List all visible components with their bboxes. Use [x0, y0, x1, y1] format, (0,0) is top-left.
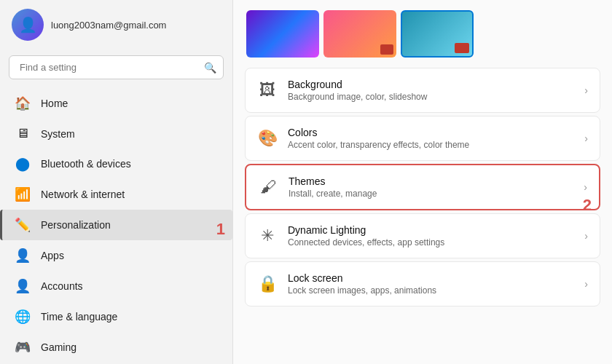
search-icon: 🔍 [204, 62, 216, 74]
sidebar-item-personalization[interactable]: ✏️ Personalization [0, 210, 232, 240]
wallpaper-thumb-1[interactable] [246, 10, 319, 58]
settings-item-dynamic-lighting[interactable]: ✳ Dynamic Lighting Connected devices, ef… [245, 213, 600, 258]
themes-icon: 🖌 [258, 178, 278, 197]
themes-desc: Install, create, manage [289, 189, 573, 199]
settings-text-themes: Themes Install, create, manage [289, 175, 573, 199]
sidebar-item-gaming[interactable]: 🎮 Gaming [0, 332, 232, 363]
dynamic-lighting-icon: ✳ [257, 226, 278, 245]
sidebar-item-time[interactable]: 🌐 Time & language [0, 301, 232, 332]
sidebar-item-label: Gaming [41, 341, 76, 353]
lock-desc: Lock screen images, apps, animations [288, 285, 574, 296]
sidebar-item-label: Accounts [41, 280, 83, 292]
wallpaper-thumb-2[interactable] [323, 10, 396, 58]
network-icon: 📶 [15, 186, 31, 202]
sidebar-item-label: Personalization [41, 219, 111, 231]
lock-screen-icon: 🔒 [257, 274, 278, 293]
settings-text-background: Background Background image, color, slid… [288, 79, 574, 102]
dynamic-desc: Connected devices, effects, app settings [288, 237, 574, 248]
themes-title: Themes [289, 175, 573, 187]
personalization-icon: ✏️ [15, 217, 31, 233]
sidebar-item-bluetooth[interactable]: ⬤ Bluetooth & devices [0, 149, 232, 179]
sidebar: 👤 luong2003nam@gmail.com 🔍 🏠 Home 🖥 Syst… [0, 0, 233, 364]
colors-desc: Accent color, transparency effects, colo… [288, 140, 574, 150]
lock-title: Lock screen [288, 272, 574, 284]
background-icon: 🖼 [257, 81, 278, 100]
settings-text-lock: Lock screen Lock screen images, apps, an… [288, 272, 574, 296]
sidebar-item-home[interactable]: 🏠 Home [0, 88, 232, 119]
settings-item-colors[interactable]: 🎨 Colors Accent color, transparency effe… [245, 116, 600, 161]
background-title: Background [288, 79, 574, 90]
settings-text-colors: Colors Accent color, transparency effect… [288, 127, 574, 150]
home-icon: 🏠 [15, 95, 31, 111]
background-desc: Background image, color, slideshow [288, 92, 574, 102]
accounts-icon: 👤 [15, 278, 31, 294]
annotation-one: 1 [216, 220, 225, 239]
dynamic-title: Dynamic Lighting [288, 224, 574, 236]
colors-icon: 🎨 [257, 129, 278, 148]
user-header: 👤 luong2003nam@gmail.com [0, 0, 232, 50]
settings-list: 🖼 Background Background image, color, sl… [233, 68, 612, 306]
sidebar-item-label: Home [41, 98, 68, 109]
settings-item-lock-screen[interactable]: 🔒 Lock screen Lock screen images, apps, … [245, 261, 600, 306]
sidebar-item-apps[interactable]: 👤 Apps [0, 240, 232, 271]
wallpaper-thumb-3[interactable] [401, 10, 474, 58]
sidebar-item-label: System [41, 128, 75, 140]
settings-item-themes[interactable]: 🖌 Themes Install, create, manage › 2 [245, 164, 600, 210]
chevron-icon: › [584, 181, 587, 193]
wallpaper-strip [233, 0, 612, 68]
annotation-two: 2 [583, 196, 592, 215]
apps-icon: 👤 [15, 248, 31, 264]
sidebar-item-label: Apps [41, 250, 64, 261]
avatar: 👤 [12, 9, 44, 41]
chevron-icon: › [584, 132, 588, 144]
gaming-icon: 🎮 [15, 339, 31, 355]
sidebar-nav: 🏠 Home 🖥 System ⬤ Bluetooth & devices 📶 … [0, 85, 232, 364]
chevron-icon: › [584, 230, 588, 242]
settings-item-background[interactable]: 🖼 Background Background image, color, sl… [245, 68, 600, 113]
settings-text-dynamic: Dynamic Lighting Connected devices, effe… [288, 224, 574, 248]
sidebar-item-label: Time & language [41, 311, 117, 323]
sidebar-item-system[interactable]: 🖥 System [0, 119, 232, 149]
main-content: 🖼 Background Background image, color, sl… [233, 0, 612, 364]
bluetooth-icon: ⬤ [15, 156, 31, 172]
search-input[interactable] [9, 55, 224, 79]
search-box[interactable]: 🔍 [9, 55, 224, 79]
chevron-icon: › [584, 278, 588, 290]
colors-title: Colors [288, 127, 574, 138]
sidebar-item-accounts[interactable]: 👤 Accounts [0, 271, 232, 301]
user-email: luong2003nam@gmail.com [51, 20, 166, 31]
time-icon: 🌐 [15, 309, 31, 325]
sidebar-item-label: Network & internet [41, 189, 125, 200]
sidebar-item-network[interactable]: 📶 Network & internet [0, 179, 232, 210]
sidebar-item-label: Bluetooth & devices [41, 158, 131, 170]
system-icon: 🖥 [15, 126, 31, 141]
chevron-icon: › [584, 84, 588, 96]
